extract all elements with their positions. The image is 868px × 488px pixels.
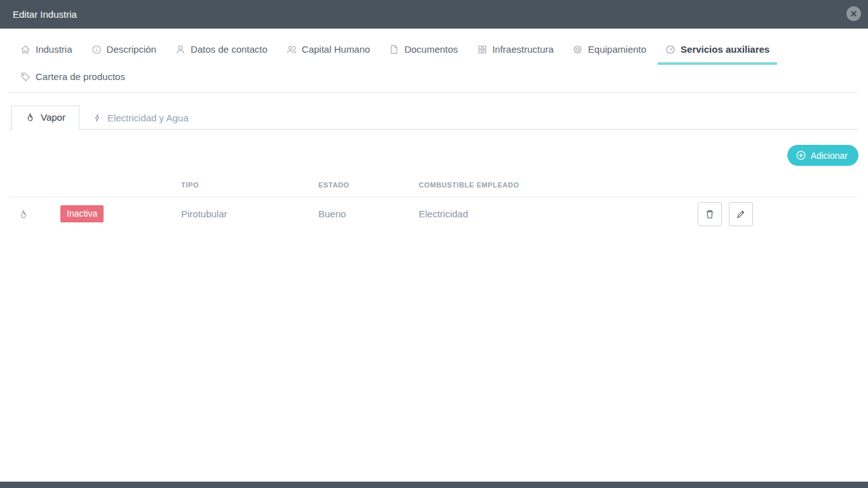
close-icon <box>850 10 858 18</box>
cell-tipo: Pirotubular <box>181 208 318 219</box>
subtab-electricidad-y-agua[interactable]: Electricidad y Agua <box>79 107 202 130</box>
tab-label: Datos de contacto <box>191 44 268 55</box>
tab-infraestructura[interactable]: Infraestructura <box>470 37 562 65</box>
subtab-vapor[interactable]: Vapor <box>11 105 79 130</box>
tab-row-1: Industria Descripción Datos de contacto … <box>13 37 855 65</box>
column-header-estado: ESTADO <box>318 181 419 189</box>
flame-icon <box>9 209 60 219</box>
adicionar-button[interactable]: Adicionar <box>787 145 858 166</box>
tab-label: Servicios auxiliares <box>681 44 770 55</box>
plus-circle-icon <box>796 150 806 161</box>
tab-label: Industria <box>36 44 72 55</box>
tab-label: Equipamiento <box>588 44 646 55</box>
tab-servicios-auxiliares[interactable]: Servicios auxiliares <box>658 37 777 65</box>
cell-estado: Bueno <box>318 208 419 219</box>
tab-row-2: Cartera de productos <box>13 65 855 92</box>
user-icon <box>175 44 186 55</box>
document-icon <box>389 44 399 55</box>
table-header-row: TIPO ESTADO COMBUSTIBLE EMPLEADO <box>9 175 859 197</box>
subtab-label: Electricidad y Agua <box>107 112 189 123</box>
delete-button[interactable] <box>698 202 722 226</box>
tab-bar: Industria Descripción Datos de contacto … <box>9 29 859 93</box>
edit-industry-modal: Editar Industria Industria Descripción <box>0 0 868 488</box>
column-header-combustible: COMBUSTIBLE EMPLEADO <box>419 181 698 189</box>
gear-icon <box>573 44 583 55</box>
tab-label: Documentos <box>404 44 458 55</box>
services-table: TIPO ESTADO COMBUSTIBLE EMPLEADO Inactiv… <box>9 175 859 231</box>
modal-title: Editar Industria <box>13 9 77 20</box>
tab-label: Descripción <box>107 44 156 55</box>
tab-label: Infraestructura <box>492 44 554 55</box>
toolbar: Adicionar <box>9 130 859 166</box>
tab-equipamiento[interactable]: Equipamiento <box>565 37 654 65</box>
cell-combustible: Electricidad <box>419 208 698 219</box>
users-icon <box>287 44 297 55</box>
tab-descripcion[interactable]: Descripción <box>84 37 164 65</box>
table-row: Inactiva Pirotubular Bueno Electricidad <box>9 197 859 231</box>
tab-capital-humano[interactable]: Capital Humano <box>279 37 378 65</box>
tab-label: Capital Humano <box>302 44 370 55</box>
grid-icon <box>477 44 487 55</box>
pencil-icon <box>736 209 746 219</box>
bottom-bar <box>0 482 868 488</box>
edit-button[interactable] <box>729 202 753 226</box>
subtab-bar: Vapor Electricidad y Agua <box>9 93 859 130</box>
flame-icon <box>25 112 35 122</box>
tag-icon <box>20 72 31 82</box>
column-header-tipo: TIPO <box>181 181 318 189</box>
row-actions <box>698 202 859 226</box>
tab-cartera-de-productos[interactable]: Cartera de productos <box>13 65 133 92</box>
modal-header: Editar Industria <box>0 0 868 29</box>
home-icon <box>20 44 31 55</box>
gauge-icon <box>665 44 675 55</box>
adicionar-label: Adicionar <box>811 151 848 161</box>
tab-datos-de-contacto[interactable]: Datos de contacto <box>168 37 275 65</box>
status-badge: Inactiva <box>60 205 104 222</box>
tab-documentos[interactable]: Documentos <box>381 37 465 65</box>
tab-content: Adicionar TIPO ESTADO COMBUSTIBLE EMPLEA… <box>0 130 868 488</box>
close-button[interactable] <box>846 6 861 21</box>
info-icon <box>92 44 102 55</box>
tab-industria[interactable]: Industria <box>13 37 80 65</box>
trash-icon <box>705 209 715 219</box>
tab-label: Cartera de productos <box>36 71 125 82</box>
subtab-label: Vapor <box>41 112 65 123</box>
bolt-icon <box>93 113 102 123</box>
